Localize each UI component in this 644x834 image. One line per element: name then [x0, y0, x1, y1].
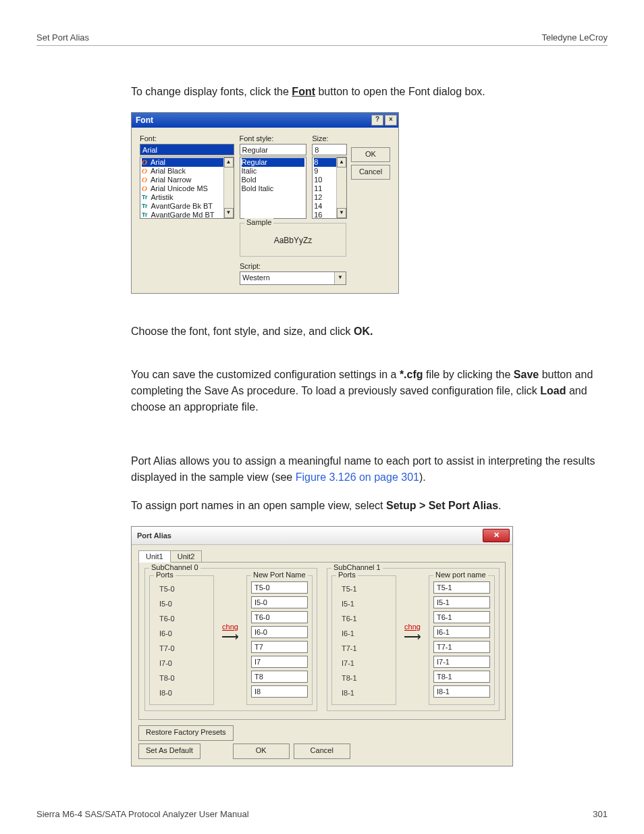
titlebar[interactable]: Font ? ×: [132, 113, 398, 128]
close-button[interactable]: ×: [385, 115, 397, 126]
page-number: 301: [593, 809, 608, 819]
text: To assign port names in an open sample v…: [131, 500, 386, 511]
arrow-column: chng ⟶: [400, 575, 425, 644]
size-input[interactable]: 8: [312, 144, 347, 155]
port-name-input[interactable]: T7: [251, 641, 308, 653]
list-item[interactable]: Bold Italic: [242, 184, 274, 193]
list-item[interactable]: Arial: [151, 158, 165, 167]
chevron-down-icon[interactable]: ▼: [334, 272, 346, 284]
set-default-button[interactable]: Set As Default: [138, 744, 200, 759]
script-dropdown[interactable]: Western ▼: [240, 271, 346, 285]
paragraph-font-intro: To change display fonts, click the Font …: [131, 84, 608, 100]
help-button[interactable]: ?: [371, 115, 383, 126]
scrollbar[interactable]: ▲ ▼: [223, 157, 234, 218]
restore-presets-button[interactable]: Restore Factory Presets: [138, 725, 234, 741]
tab-panel: SubChannel 0 Ports T5-0 I5-0 T6-0 I6-0 T…: [138, 562, 506, 720]
figure-link[interactable]: Figure 3.126 on page 301: [296, 471, 419, 483]
list-item[interactable]: 9: [314, 167, 318, 176]
text: To change display fonts, click the: [131, 86, 292, 97]
scroll-down-icon[interactable]: ▼: [224, 208, 234, 218]
list-item[interactable]: 8: [314, 158, 318, 167]
font-word: Font: [292, 86, 315, 97]
port-label: I5-1: [336, 596, 392, 611]
arrow-right-icon: ⟶: [404, 629, 421, 644]
font-listbox[interactable]: OArial OArial Black OArial Narrow OArial…: [140, 157, 234, 219]
port-name-input[interactable]: T6-1: [433, 611, 490, 623]
port-name-input[interactable]: T8: [251, 671, 308, 683]
port-name-input[interactable]: I7: [251, 656, 308, 668]
ok-button[interactable]: OK: [351, 147, 390, 162]
port-name-input[interactable]: T5-1: [433, 581, 490, 594]
port-name-input[interactable]: T6-0: [251, 611, 308, 623]
list-item[interactable]: Italic: [242, 167, 257, 176]
port-label: I7-0: [154, 656, 209, 671]
port-label: I6-1: [336, 626, 392, 641]
tab-unit2[interactable]: Unit2: [170, 550, 203, 563]
header-right: Teledyne LeCroy: [541, 32, 608, 43]
paragraph-setup: To assign port names in an open sample v…: [131, 498, 608, 514]
list-item[interactable]: 10: [314, 176, 322, 184]
list-item[interactable]: 16: [314, 211, 322, 219]
unit-tabs: Unit1 Unit2: [138, 550, 506, 563]
o-icon: O: [142, 167, 147, 176]
paragraph-choose: Choose the font, font style, and size, a…: [131, 323, 608, 340]
sample-text: AaBbYyZz: [246, 230, 340, 251]
list-item[interactable]: Artistik: [151, 193, 173, 202]
scroll-down-icon[interactable]: ▼: [337, 208, 346, 218]
style-input[interactable]: Regular: [240, 144, 307, 155]
list-item[interactable]: AvantGarde Bk BT: [151, 202, 213, 211]
scroll-up-icon[interactable]: ▲: [224, 157, 234, 167]
port-label: I7-1: [336, 656, 392, 671]
ports-group-1: Ports T5-1 I5-1 T6-1 I6-1 T7-1 I7-1 T8-1…: [331, 575, 396, 705]
port-label: I5-0: [154, 596, 209, 611]
port-name-input[interactable]: I7-1: [433, 656, 490, 668]
cancel-button[interactable]: Cancel: [294, 744, 350, 759]
tt-icon: Tr: [142, 193, 148, 202]
list-item[interactable]: Regular: [242, 158, 268, 167]
list-item[interactable]: Arial Narrow: [151, 176, 192, 184]
cancel-button[interactable]: Cancel: [351, 165, 390, 180]
size-listbox[interactable]: 8 9 10 11 12 14 16 ▲ ▼: [312, 157, 347, 219]
list-item[interactable]: 11: [314, 184, 322, 193]
sample-legend: Sample: [244, 218, 273, 226]
script-value: Western: [240, 272, 334, 284]
style-label: Font style:: [240, 134, 307, 142]
style-listbox[interactable]: Regular Italic Bold Bold Italic: [240, 157, 307, 219]
text: .: [498, 500, 501, 511]
font-input[interactable]: Arial: [140, 144, 234, 155]
subchannel-0: SubChannel 0 Ports T5-0 I5-0 T6-0 I6-0 T…: [144, 568, 317, 711]
port-name-input[interactable]: I6-0: [251, 626, 308, 638]
port-name-input[interactable]: I5-0: [251, 596, 308, 608]
list-item[interactable]: AvantGarde Md BT: [151, 211, 215, 219]
ok-bold: OK.: [354, 325, 373, 337]
port-name-input[interactable]: T5-0: [251, 581, 308, 594]
dialog-title: Font: [136, 115, 153, 125]
tab-unit1[interactable]: Unit1: [138, 550, 171, 563]
port-name-input[interactable]: I8-1: [433, 685, 490, 698]
list-item[interactable]: Arial Unicode MS: [151, 184, 208, 193]
port-label: T7-1: [336, 641, 392, 656]
port-name-input[interactable]: I5-1: [433, 596, 490, 608]
list-item[interactable]: 14: [314, 202, 322, 211]
tt-icon: Tr: [142, 211, 148, 219]
port-label: T5-1: [336, 581, 392, 596]
scrollbar[interactable]: ▲ ▼: [336, 157, 346, 218]
ports-group-0: Ports T5-0 I5-0 T6-0 I6-0 T7-0 I7-0 T8-0…: [149, 575, 214, 705]
port-label: T7-0: [154, 641, 209, 656]
subchannel-1: SubChannel 1 Ports T5-1 I5-1 T6-1 I6-1 T…: [327, 568, 500, 711]
port-name-input[interactable]: I6-1: [433, 626, 490, 638]
close-button[interactable]: ✕: [483, 529, 510, 542]
list-item[interactable]: Bold: [242, 176, 257, 184]
list-item[interactable]: 12: [314, 193, 322, 202]
port-name-input[interactable]: I8: [251, 685, 308, 698]
scroll-up-icon[interactable]: ▲: [337, 157, 346, 167]
arrow-column: chng ⟶: [218, 575, 242, 644]
button-row: Restore Factory Presets: [138, 725, 506, 741]
ports-label: Ports: [154, 571, 176, 579]
list-item[interactable]: Arial Black: [151, 167, 186, 176]
text: button to open the Font dialog box.: [315, 86, 485, 97]
port-name-input[interactable]: T7-1: [433, 641, 490, 653]
port-name-input[interactable]: T8-1: [433, 671, 490, 683]
ok-button[interactable]: OK: [233, 744, 290, 759]
port-titlebar[interactable]: Port Alias ✕: [132, 527, 512, 545]
